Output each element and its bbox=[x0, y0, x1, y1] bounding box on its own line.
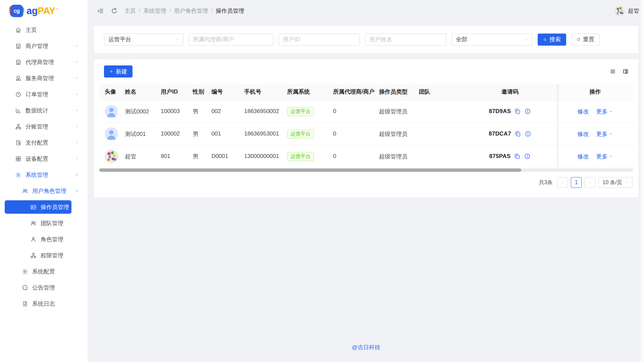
sidebar-item-statistics[interactable]: 数据统计 bbox=[0, 102, 88, 118]
sidebar-item-label: 代理商管理 bbox=[25, 58, 71, 66]
grid-icon bbox=[15, 156, 21, 162]
refresh-icon[interactable] bbox=[111, 7, 118, 14]
col-operator-type: 操作员类型 bbox=[374, 84, 414, 100]
sidebar-item-label: 公告管理 bbox=[32, 284, 79, 292]
document-icon bbox=[15, 140, 21, 146]
sidebar-item-home[interactable]: 主页 bbox=[0, 22, 88, 38]
breadcrumb-home[interactable]: 主页 bbox=[124, 7, 136, 15]
copy-icon[interactable] bbox=[514, 108, 521, 115]
pagination-next-button[interactable] bbox=[585, 177, 595, 188]
breadcrumb-user-role-management[interactable]: 用户角色管理 bbox=[174, 7, 208, 15]
more-link[interactable]: 更多 bbox=[596, 153, 613, 160]
user-avatar bbox=[105, 127, 118, 141]
footer: @吉日科技 bbox=[94, 337, 638, 362]
file-icon bbox=[22, 301, 28, 307]
id-card-icon bbox=[30, 204, 37, 210]
sidebar-item-permission-management[interactable]: 权限管理 bbox=[0, 247, 88, 263]
edit-link[interactable]: 修改 bbox=[577, 153, 589, 160]
edit-link[interactable]: 修改 bbox=[577, 108, 589, 115]
table-toolbar: 新建 bbox=[104, 65, 629, 77]
chevron-left-icon bbox=[560, 180, 565, 185]
cell-agent: 0 bbox=[328, 123, 374, 145]
sidebar-item-announcements[interactable]: 公告管理 bbox=[0, 279, 88, 296]
sidebar-item-user-role-management[interactable]: 用户角色管理 bbox=[0, 183, 88, 199]
info-icon[interactable] bbox=[524, 108, 531, 115]
chevron-down-icon bbox=[75, 92, 79, 96]
cell-team bbox=[414, 100, 464, 123]
sidebar: cg agPAY™ 主页 商户管理 代理商管理 服务商管理 bbox=[0, 0, 88, 362]
new-button[interactable]: 新建 bbox=[104, 65, 132, 77]
new-button-label: 新建 bbox=[116, 68, 127, 75]
user-id-input[interactable] bbox=[278, 34, 360, 46]
density-icon[interactable] bbox=[610, 68, 616, 74]
user-menu[interactable]: 超管 bbox=[614, 6, 639, 16]
type-select[interactable]: 全部 bbox=[451, 34, 533, 46]
scrollbar-thumb[interactable] bbox=[99, 168, 521, 172]
invite-code: 875PAS bbox=[489, 153, 511, 160]
sidebar-item-merchants[interactable]: 商户管理 bbox=[0, 38, 88, 54]
sidebar-item-label: 系统日志 bbox=[32, 300, 79, 308]
info-icon[interactable] bbox=[525, 131, 531, 137]
sidebar-item-system-logs[interactable]: 系统日志 bbox=[0, 296, 88, 312]
sidebar-item-label: 系统配置 bbox=[32, 268, 79, 275]
provider-icon bbox=[15, 75, 21, 82]
brand-tm: ™ bbox=[55, 7, 59, 11]
system-select[interactable]: 运营平台 bbox=[104, 34, 183, 46]
sidebar-item-team-management[interactable]: 团队管理 bbox=[0, 215, 88, 231]
footer-link[interactable]: @吉日科技 bbox=[352, 344, 380, 351]
sidebar-item-system-config[interactable]: 系统配置 bbox=[0, 263, 88, 279]
system-tag: 运营平台 bbox=[287, 152, 314, 161]
breadcrumb-current: 操作员管理 bbox=[216, 7, 244, 15]
sidebar-item-device-config[interactable]: 设备配置 bbox=[0, 151, 88, 167]
brand-ag: ag bbox=[26, 5, 38, 16]
sidebar-item-system-management[interactable]: 系统管理 bbox=[0, 167, 88, 183]
bar-chart-icon bbox=[15, 107, 21, 114]
column-settings-icon[interactable] bbox=[623, 68, 629, 74]
cell-name: 测试0002 bbox=[119, 100, 155, 123]
page-scrollbar[interactable] bbox=[640, 0, 644, 362]
pagination-prev-button[interactable] bbox=[557, 177, 568, 188]
sidebar-item-orders[interactable]: 订单管理 bbox=[0, 86, 88, 102]
cell-agent: 0 bbox=[328, 145, 374, 168]
more-link[interactable]: 更多 bbox=[596, 130, 613, 138]
username: 超管 bbox=[628, 7, 639, 15]
agent-merchant-input[interactable] bbox=[189, 34, 273, 46]
page-size-select[interactable]: 10 条/页 bbox=[598, 177, 633, 188]
type-select-value: 全部 bbox=[456, 36, 467, 43]
col-invite-code: 邀请码 bbox=[463, 84, 557, 100]
sidebar-item-label: 操作员管理 bbox=[41, 203, 69, 211]
app-root: cg agPAY™ 主页 商户管理 代理商管理 服务商管理 bbox=[0, 0, 644, 362]
sidebar-item-payment-config[interactable]: 支付配置 bbox=[0, 135, 88, 151]
sitemap-icon bbox=[30, 252, 37, 259]
breadcrumb-system-management[interactable]: 系统管理 bbox=[144, 7, 166, 15]
search-button[interactable]: 搜索 bbox=[538, 34, 566, 46]
cell-team bbox=[414, 123, 464, 145]
cell-agent: 0 bbox=[328, 100, 374, 123]
info-icon[interactable] bbox=[524, 153, 531, 160]
pagination-page-1[interactable]: 1 bbox=[571, 177, 582, 188]
cell-gender: 男 bbox=[187, 123, 206, 145]
chevron-down-icon bbox=[75, 60, 79, 64]
reset-button[interactable]: 重置 bbox=[571, 34, 600, 46]
edit-link[interactable]: 修改 bbox=[577, 130, 589, 138]
brand-logo[interactable]: cg agPAY™ bbox=[0, 0, 88, 21]
sidebar-item-operator-management[interactable]: 操作员管理 bbox=[5, 200, 71, 214]
system-tag: 运营平台 bbox=[287, 130, 314, 139]
sidebar-item-providers[interactable]: 服务商管理 bbox=[0, 70, 88, 86]
sidebar-item-role-management[interactable]: 角色管理 bbox=[0, 231, 88, 247]
sidebar-item-label: 团队管理 bbox=[41, 219, 79, 227]
copy-icon[interactable] bbox=[514, 153, 521, 160]
sidebar-item-profit-sharing[interactable]: 分账管理 bbox=[0, 118, 88, 135]
menu-fold-icon[interactable] bbox=[97, 7, 104, 14]
more-link[interactable]: 更多 bbox=[596, 108, 613, 115]
chevron-down-icon bbox=[609, 154, 613, 158]
cell-number: 001 bbox=[206, 123, 239, 145]
table-header-row: 头像 姓名 用户ID 性别 编号 手机号 所属系统 所属代理商/商户 操作员类型… bbox=[99, 84, 633, 100]
sidebar-item-agents[interactable]: 代理商管理 bbox=[0, 54, 88, 70]
chevron-down-icon bbox=[609, 109, 613, 113]
cell-number: 002 bbox=[206, 100, 239, 123]
user-name-input[interactable] bbox=[365, 34, 446, 46]
breadcrumb-separator: / bbox=[169, 7, 171, 14]
copy-icon[interactable] bbox=[515, 131, 521, 137]
operator-table: 头像 姓名 用户ID 性别 编号 手机号 所属系统 所属代理商/商户 操作员类型… bbox=[99, 84, 633, 168]
